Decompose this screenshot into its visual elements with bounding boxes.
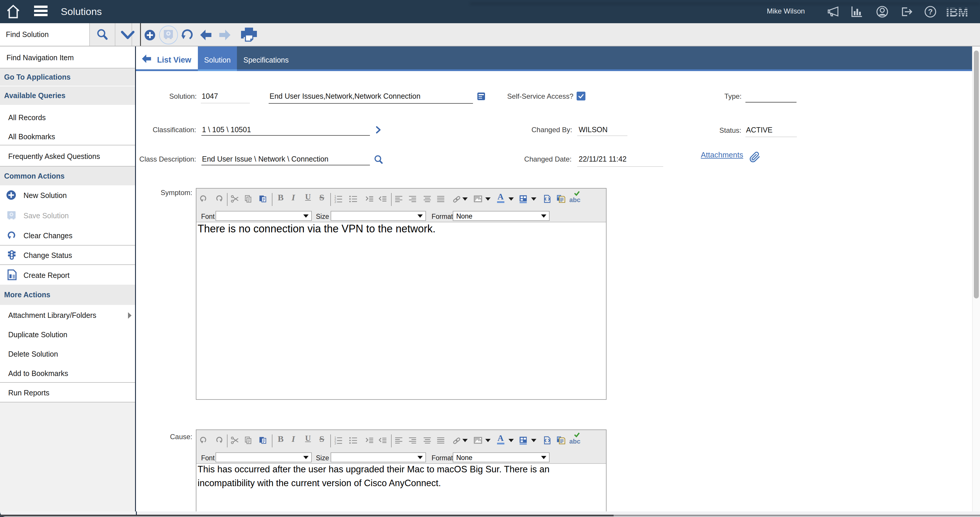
svg-text:3: 3	[334, 200, 336, 203]
svg-text:?: ?	[928, 7, 933, 16]
svg-text:3: 3	[334, 442, 336, 445]
